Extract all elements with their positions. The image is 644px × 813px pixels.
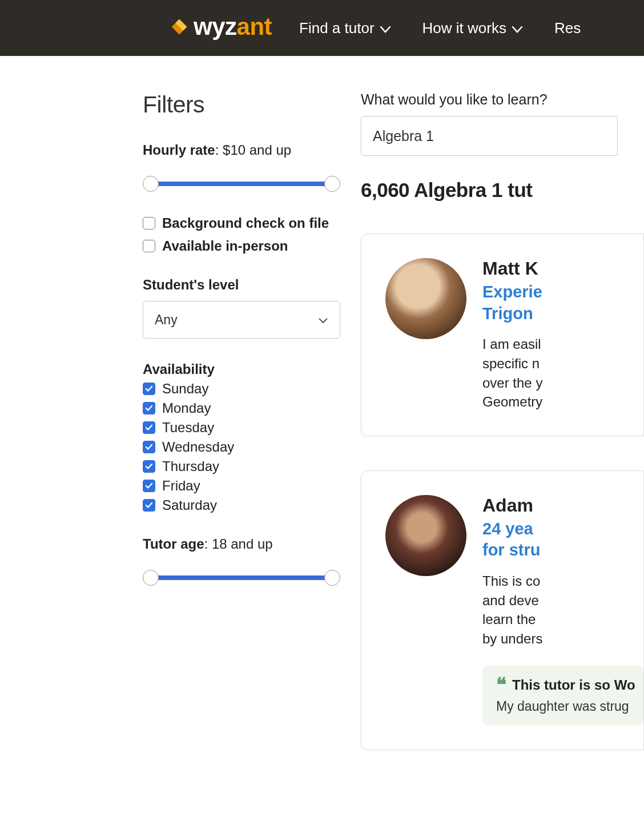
quote-icon: ❝ bbox=[496, 677, 506, 693]
nav-find-tutor[interactable]: Find a tutor bbox=[299, 19, 391, 37]
filter-label: Availability bbox=[143, 361, 340, 377]
tutor-name: Adam bbox=[482, 495, 643, 516]
checkbox-icon[interactable] bbox=[143, 460, 155, 473]
checkbox-icon[interactable] bbox=[143, 480, 155, 492]
results-heading: 6,060 Algebra 1 tut bbox=[361, 179, 644, 202]
select-value: Any bbox=[155, 312, 178, 328]
slider-handle-max[interactable] bbox=[324, 176, 340, 192]
slider-handle-max[interactable] bbox=[324, 570, 340, 586]
nav-item-label: Res bbox=[554, 19, 581, 37]
tutor-body: Adam24 yeafor struThis is coand develear… bbox=[482, 495, 643, 726]
filters-sidebar: Filters Hourly rate: $10 and up Backgrou… bbox=[143, 91, 361, 750]
level-select[interactable]: Any bbox=[143, 301, 340, 339]
tutor-tagline[interactable]: 24 yeafor stru bbox=[482, 518, 643, 561]
checkbox-icon[interactable] bbox=[143, 441, 155, 453]
logo-text: wyzant bbox=[194, 13, 272, 41]
slider-track bbox=[151, 575, 332, 580]
checkbox-icon[interactable] bbox=[143, 240, 155, 252]
checkbox-label: Available in-person bbox=[162, 238, 288, 254]
availability-day-label: Tuesday bbox=[162, 420, 214, 436]
tutor-description: I am easilspecific nover the yGeometry bbox=[482, 335, 542, 411]
filter-level: Student's level Any bbox=[143, 277, 340, 339]
search-input-value: Algebra 1 bbox=[373, 128, 434, 144]
availability-day[interactable]: Tuesday bbox=[143, 420, 340, 436]
checkbox-icon[interactable] bbox=[143, 217, 155, 230]
top-nav: Find a tutor How it works Res bbox=[299, 19, 581, 37]
results-content: What would you like to learn? Algebra 1 … bbox=[361, 91, 644, 750]
filters-heading: Filters bbox=[143, 91, 340, 118]
review-box: ❝This tutor is so WoMy daughter was stru… bbox=[482, 666, 643, 726]
availability-day-label: Saturday bbox=[162, 497, 217, 513]
availability-day[interactable]: Friday bbox=[143, 478, 340, 494]
availability-day[interactable]: Monday bbox=[143, 400, 340, 416]
tutor-card[interactable]: Matt KExperieTrigonI am easilspecific no… bbox=[361, 234, 644, 436]
nav-resources[interactable]: Res bbox=[554, 19, 581, 37]
availability-day-label: Friday bbox=[162, 478, 200, 494]
filter-label: Hourly rate: $10 and up bbox=[143, 142, 340, 158]
availability-day-label: Wednesday bbox=[162, 439, 234, 455]
tutor-name: Matt K bbox=[482, 258, 542, 279]
availability-day-label: Sunday bbox=[162, 381, 208, 397]
checkbox-icon[interactable] bbox=[143, 499, 155, 512]
availability-list: SundayMondayTuesdayWednesdayThursdayFrid… bbox=[143, 381, 340, 513]
review-text: My daughter was strug bbox=[496, 699, 630, 714]
main-content: Filters Hourly rate: $10 and up Backgrou… bbox=[0, 56, 644, 750]
filter-label: Tutor age: 18 and up bbox=[143, 536, 340, 552]
slider-handle-min[interactable] bbox=[143, 176, 159, 192]
search-label: What would you like to learn? bbox=[361, 91, 644, 108]
search-input[interactable]: Algebra 1 bbox=[361, 116, 618, 156]
availability-day-label: Monday bbox=[162, 400, 211, 416]
nav-item-label: How it works bbox=[422, 19, 506, 37]
check-in-person[interactable]: Available in-person bbox=[143, 238, 340, 254]
filter-label: Student's level bbox=[143, 277, 340, 293]
tutor-list: Matt KExperieTrigonI am easilspecific no… bbox=[361, 234, 644, 750]
checkbox-icon[interactable] bbox=[143, 402, 155, 414]
nav-item-label: Find a tutor bbox=[299, 19, 375, 37]
tutor-tagline[interactable]: ExperieTrigon bbox=[482, 281, 542, 324]
filter-checks: Background check on file Available in-pe… bbox=[143, 215, 340, 254]
checkbox-label: Background check on file bbox=[162, 215, 329, 231]
availability-day-label: Thursday bbox=[162, 458, 219, 474]
caret-down-icon bbox=[318, 312, 328, 328]
slider-track bbox=[151, 182, 332, 186]
avatar bbox=[385, 258, 466, 339]
check-background[interactable]: Background check on file bbox=[143, 215, 340, 231]
checkbox-icon[interactable] bbox=[143, 383, 155, 395]
logo-mark-icon bbox=[168, 16, 190, 40]
hourly-rate-slider[interactable] bbox=[143, 175, 340, 192]
tutor-card[interactable]: Adam24 yeafor struThis is coand develear… bbox=[361, 470, 644, 750]
review-title: This tutor is so Wo bbox=[512, 677, 635, 693]
avatar bbox=[385, 495, 466, 576]
logo[interactable]: wyzant bbox=[168, 14, 272, 42]
filter-availability: Availability SundayMondayTuesdayWednesda… bbox=[143, 361, 340, 513]
nav-how-it-works[interactable]: How it works bbox=[422, 19, 522, 37]
filter-tutor-age: Tutor age: 18 and up bbox=[143, 536, 340, 586]
checkbox-icon[interactable] bbox=[143, 421, 155, 434]
tutor-description: This is coand develearn theby unders bbox=[482, 571, 643, 648]
tutor-age-slider[interactable] bbox=[143, 569, 340, 586]
tutor-body: Matt KExperieTrigonI am easilspecific no… bbox=[482, 258, 542, 412]
caret-down-icon bbox=[512, 19, 522, 37]
availability-day[interactable]: Saturday bbox=[143, 497, 340, 513]
availability-day[interactable]: Wednesday bbox=[143, 439, 340, 455]
availability-day[interactable]: Thursday bbox=[143, 458, 340, 474]
slider-handle-min[interactable] bbox=[143, 570, 159, 586]
availability-day[interactable]: Sunday bbox=[143, 381, 340, 397]
caret-down-icon bbox=[380, 19, 391, 37]
filter-hourly-rate: Hourly rate: $10 and up bbox=[143, 142, 340, 192]
main-header: wyzant Find a tutor How it works Res bbox=[0, 0, 644, 56]
